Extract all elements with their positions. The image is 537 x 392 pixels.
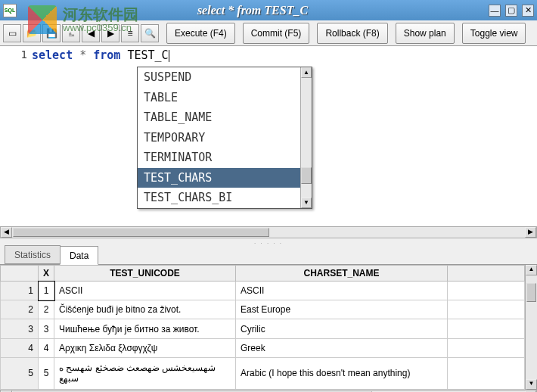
rownum-cell: 2: [1, 300, 39, 319]
cell-extra: [448, 300, 525, 319]
cell-charset: ASCII: [236, 282, 448, 300]
cell-charset: Greek: [236, 338, 448, 357]
close-button[interactable]: ✕: [522, 5, 534, 17]
scroll-up-icon[interactable]: ▲: [526, 265, 537, 275]
rownum-cell: 3: [1, 319, 39, 338]
rownum-cell: 4: [1, 338, 39, 357]
table-row[interactable]: 11ASCIIASCII: [1, 282, 525, 300]
execute-button[interactable]: Execute (F4): [166, 23, 235, 44]
autocomplete-list: SUSPEND TABLE TABLE_NAME TEMPORARY TERMI…: [138, 67, 300, 208]
xcol-cell: 5: [39, 357, 54, 389]
minimize-button[interactable]: —: [489, 5, 501, 17]
table-row[interactable]: 33Чишћење буђи је битно за живот.Cyrilic: [1, 319, 525, 338]
cell-extra: [448, 338, 525, 357]
scroll-down-icon[interactable]: ▼: [301, 198, 312, 208]
tab-data[interactable]: Data: [60, 246, 98, 265]
result-grid: X TEST_UNICODE CHARSET_NAME 11ASCIIASCII…: [0, 265, 525, 390]
token-identifier: TEST_C: [127, 48, 168, 62]
text-caret: [169, 50, 169, 62]
xcol-cell: 4: [39, 338, 54, 357]
cell-charset: Arabic (I hope this doesn't mean anythin…: [236, 357, 448, 389]
titlebar: SQL select * from TEST_C — ▢ ✕: [0, 0, 537, 20]
toolbar: ▭ 📂 💾 ⎁ ◀ ▶ ≡ 🔍 Execute (F4) Commit (F5)…: [0, 20, 537, 46]
cell-unicode: شهسيعخشس ضهصعث ضصخئع شهسح ه سبهع: [54, 357, 236, 389]
scroll-left-icon[interactable]: ◀: [1, 227, 12, 238]
autocomplete-item[interactable]: TEMPORARY: [138, 128, 300, 148]
history-icon[interactable]: ≡: [121, 24, 139, 42]
zoom-icon[interactable]: 🔍: [141, 24, 159, 42]
xcol-cell: 1: [39, 282, 54, 300]
editor-hscroll[interactable]: ◀ ▶: [0, 226, 537, 238]
cell-unicode: Αρχικη Σελιδα ξλσφγχζψ: [54, 338, 236, 357]
xcol-cell: 2: [39, 300, 54, 319]
table-row[interactable]: 22Čišćenje buđi je bitno za život.East E…: [1, 300, 525, 319]
cell-extra: [448, 319, 525, 338]
scroll-up-icon[interactable]: ▲: [301, 67, 312, 78]
cell-extra: [448, 282, 525, 300]
table-row[interactable]: 55شهسيعخشس ضهصعث ضصخئع شهسح ه سبهعArabic…: [1, 357, 525, 389]
commit-button[interactable]: Commit (F5): [243, 23, 310, 44]
toggleview-button[interactable]: Toggle view: [462, 23, 526, 44]
cell-unicode: Čišćenje buđi je bitno za život.: [54, 300, 236, 319]
rownum-header[interactable]: [1, 266, 39, 282]
cell-extra: [448, 357, 525, 389]
table-row[interactable]: 44Αρχικη Σελιδα ξλσφγχζψGreek: [1, 338, 525, 357]
result-grid-wrap: X TEST_UNICODE CHARSET_NAME 11ASCIIASCII…: [0, 265, 537, 390]
xcol-header[interactable]: X: [39, 266, 54, 282]
rollback-button[interactable]: Rollback (F8): [317, 23, 387, 44]
autocomplete-item[interactable]: TABLE: [138, 88, 300, 108]
hscroll-thumb[interactable]: [13, 228, 269, 237]
next-icon[interactable]: ▶: [101, 24, 120, 42]
col-header-charset[interactable]: CHARSET_NAME: [236, 266, 448, 282]
cell-charset: Cyrilic: [236, 319, 448, 338]
open-icon[interactable]: 📂: [23, 24, 41, 42]
save-icon[interactable]: 💾: [42, 24, 61, 42]
save-plus-icon[interactable]: ⎁: [62, 24, 80, 42]
col-header-extra[interactable]: [448, 266, 525, 282]
autocomplete-item[interactable]: TERMINATOR: [138, 148, 300, 168]
rownum-cell: 1: [1, 282, 39, 300]
grid-scrollbar[interactable]: ▲ ▼: [525, 265, 537, 390]
cell-charset: East Europe: [236, 300, 448, 319]
autocomplete-popup: SUSPEND TABLE TABLE_NAME TEMPORARY TERMI…: [137, 67, 312, 209]
cell-unicode: ASCII: [54, 282, 236, 300]
keyword-from: from: [93, 48, 120, 62]
autocomplete-scrollbar[interactable]: ▲ ▼: [300, 67, 312, 208]
scroll-thumb[interactable]: [301, 167, 312, 184]
cell-unicode: Чишћење буђи је битно за живот.: [54, 319, 236, 338]
scroll-right-icon[interactable]: ▶: [525, 227, 536, 238]
scroll-thumb[interactable]: [526, 283, 536, 302]
prev-icon[interactable]: ◀: [82, 24, 100, 42]
app-icon: SQL: [3, 4, 17, 17]
token-star: *: [79, 48, 86, 62]
line-gutter: 1: [0, 46, 32, 226]
tab-statistics[interactable]: Statistics: [5, 245, 61, 264]
autocomplete-item[interactable]: TABLE_NAME: [138, 107, 300, 128]
splitter-grip[interactable]: . . . . .: [0, 238, 537, 244]
autocomplete-item[interactable]: SUSPEND: [138, 67, 300, 88]
xcol-cell: 3: [39, 319, 54, 338]
col-header-unicode[interactable]: TEST_UNICODE: [54, 266, 236, 282]
window-title: select * from TEST_C: [21, 4, 484, 17]
autocomplete-item-selected[interactable]: TEST_CHARS: [138, 168, 300, 188]
maximize-button[interactable]: ▢: [505, 5, 517, 17]
scroll-down-icon[interactable]: ▼: [526, 379, 537, 390]
result-tabs: Statistics Data: [0, 244, 537, 265]
autocomplete-item[interactable]: TEST_CHARS_BI: [138, 188, 300, 208]
showplan-button[interactable]: Show plan: [396, 23, 455, 44]
keyword-select: select: [32, 48, 73, 62]
new-icon[interactable]: ▭: [3, 24, 21, 42]
rownum-cell: 5: [1, 357, 39, 389]
